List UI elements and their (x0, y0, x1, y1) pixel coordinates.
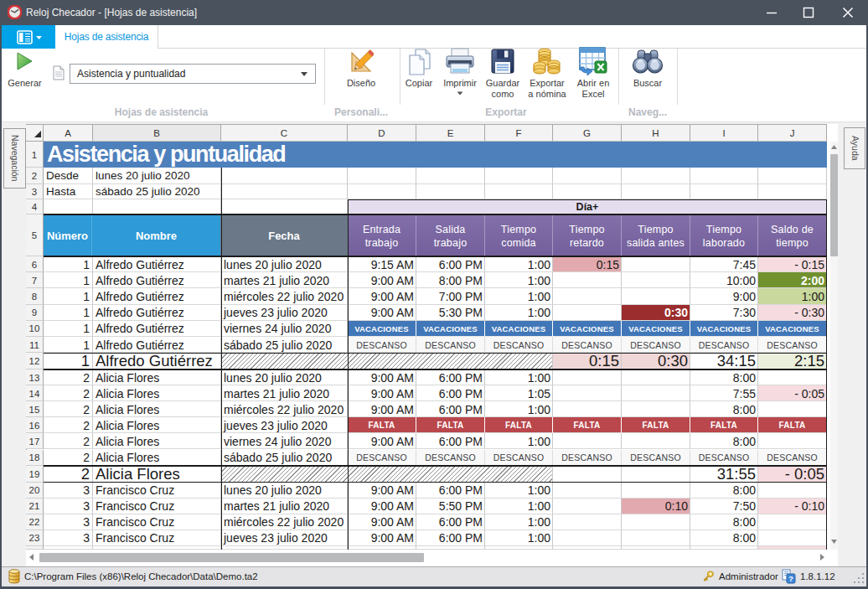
svg-text:?: ? (788, 575, 793, 583)
